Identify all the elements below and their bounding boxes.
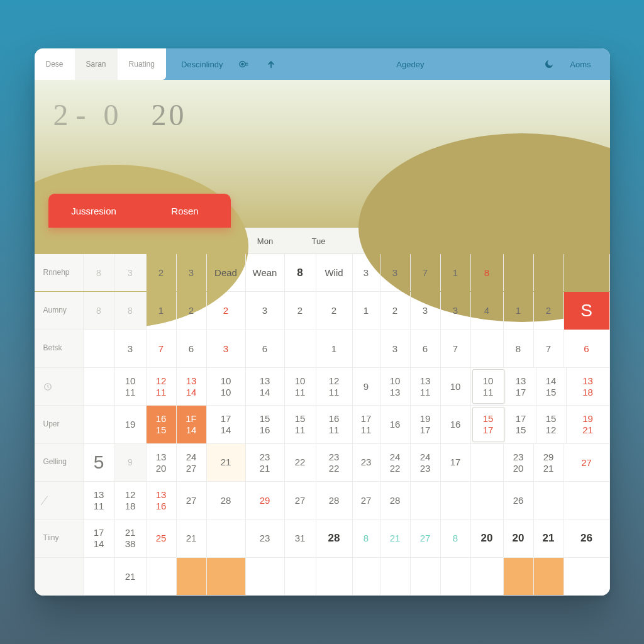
calendar-cell[interactable]: 8: [471, 254, 504, 291]
calendar-cell[interactable]: Dead: [207, 254, 246, 291]
calendar-cell[interactable]: 1011: [472, 369, 505, 404]
calendar-cell[interactable]: 1714: [207, 406, 246, 443]
tab-ruating[interactable]: Ruating: [118, 48, 166, 80]
calendar-cell[interactable]: 3: [411, 292, 441, 329]
calendar-cell[interactable]: 1511: [285, 406, 316, 443]
calendar-cell[interactable]: 28: [380, 482, 411, 519]
calendar-cell[interactable]: 16: [441, 406, 471, 443]
toolbar-agedey[interactable]: Agedey: [381, 60, 439, 69]
calendar-cell[interactable]: 8: [84, 254, 115, 291]
calendar-cell[interactable]: 1711: [353, 406, 380, 443]
tab-dese[interactable]: Dese: [35, 48, 75, 80]
calendar-cell[interactable]: 2: [177, 292, 207, 329]
calendar-cell[interactable]: 27: [411, 519, 441, 557]
calendar-cell[interactable]: 2: [285, 292, 316, 329]
calendar-cell[interactable]: 3: [441, 292, 471, 329]
calendar-cell[interactable]: 10: [441, 368, 471, 405]
toolbar-descinlindy[interactable]: Descinlindy: [166, 60, 238, 69]
calendar-cell[interactable]: 31: [285, 519, 316, 557]
calendar-cell[interactable]: 28: [207, 482, 246, 519]
calendar-cell[interactable]: 1714: [84, 519, 115, 557]
calendar-cell[interactable]: 1011: [285, 368, 316, 405]
calendar-cell[interactable]: 8: [353, 519, 380, 557]
calendar-cell[interactable]: 6: [246, 330, 285, 367]
calendar-cell[interactable]: 7: [411, 254, 441, 291]
calendar-cell[interactable]: 6: [564, 330, 610, 367]
view-tab-rosen[interactable]: Rosen: [140, 206, 231, 216]
calendar-cell[interactable]: 1320: [147, 444, 177, 481]
calendar-cell[interactable]: 3: [353, 254, 380, 291]
calendar-cell[interactable]: 1317: [506, 368, 536, 405]
calendar-cell[interactable]: 1011: [115, 368, 147, 405]
calendar-cell[interactable]: 1: [441, 254, 471, 291]
calendar-cell[interactable]: 1211: [316, 368, 353, 405]
calendar-cell[interactable]: 1516: [246, 406, 285, 443]
calendar-cell[interactable]: 1715: [506, 406, 536, 443]
calendar-cell[interactable]: 1013: [380, 368, 411, 405]
calendar-cell[interactable]: 2322: [316, 444, 353, 481]
calendar-cell[interactable]: 2321: [246, 444, 285, 481]
calendar-cell[interactable]: 28: [316, 482, 353, 519]
calendar-cell[interactable]: 1512: [536, 406, 567, 443]
calendar-cell[interactable]: 1: [147, 292, 177, 329]
calendar-cell[interactable]: 3: [380, 254, 411, 291]
calendar-cell[interactable]: 3: [115, 254, 147, 291]
calendar-cell[interactable]: 1611: [316, 406, 353, 443]
calendar-cell[interactable]: 7: [534, 330, 564, 367]
calendar-cell[interactable]: 1: [504, 292, 534, 329]
calendar-cell[interactable]: 29: [246, 482, 285, 519]
calendar-cell[interactable]: 1316: [147, 482, 177, 519]
calendar-cell[interactable]: 2: [534, 292, 564, 329]
calendar-cell[interactable]: S: [564, 292, 610, 329]
calendar-cell[interactable]: 7: [441, 330, 471, 367]
calendar-cell[interactable]: 26: [564, 519, 610, 557]
calendar-cell[interactable]: 8: [285, 254, 316, 291]
calendar-cell[interactable]: 5: [84, 444, 115, 481]
calendar-cell[interactable]: 17: [441, 444, 471, 481]
calendar-cell[interactable]: 1: [316, 330, 353, 367]
calendar-cell[interactable]: Wiid: [316, 254, 353, 291]
calendar-cell[interactable]: 2427: [177, 444, 207, 481]
calendar-cell[interactable]: 23: [353, 444, 380, 481]
calendar-cell[interactable]: 1314: [246, 368, 285, 405]
calendar-cell[interactable]: 2423: [411, 444, 441, 481]
calendar-cell[interactable]: 6: [411, 330, 441, 367]
calendar-cell[interactable]: 27: [285, 482, 316, 519]
view-tab-jussresion[interactable]: Jussresion: [48, 206, 140, 216]
calendar-cell[interactable]: 27: [353, 482, 380, 519]
calendar-cell[interactable]: 20: [504, 519, 534, 557]
calendar-cell[interactable]: 7: [147, 330, 177, 367]
calendar-cell[interactable]: 26: [504, 482, 534, 519]
calendar-cell[interactable]: 23: [246, 519, 285, 557]
calendar-cell[interactable]: 2: [147, 254, 177, 291]
calendar-cell[interactable]: 16: [380, 406, 411, 443]
calendar-cell[interactable]: 1921: [567, 406, 610, 443]
calendar-cell[interactable]: 3: [380, 330, 411, 367]
calendar-cell[interactable]: 4: [471, 292, 504, 329]
calendar-cell[interactable]: 21: [207, 444, 246, 481]
calendar-cell[interactable]: 2422: [380, 444, 411, 481]
calendar-cell[interactable]: 25: [147, 519, 177, 557]
calendar-cell[interactable]: 3: [207, 330, 246, 367]
tab-saran[interactable]: Saran: [75, 48, 118, 80]
arrow-up-icon[interactable]: [265, 58, 277, 70]
calendar-cell[interactable]: 2921: [534, 444, 564, 481]
calendar-cell[interactable]: 2: [380, 292, 411, 329]
calendar-cell[interactable]: 8: [84, 292, 115, 329]
calendar-cell[interactable]: 21: [534, 519, 564, 557]
calendar-cell[interactable]: 3: [246, 292, 285, 329]
calendar-cell[interactable]: 8: [115, 292, 147, 329]
calendar-cell[interactable]: 27: [177, 482, 207, 519]
calendar-cell[interactable]: 2: [207, 292, 246, 329]
calendar-cell[interactable]: 1615: [147, 406, 177, 443]
calendar-cell[interactable]: 8: [441, 519, 471, 557]
calendar-cell[interactable]: 9: [115, 444, 147, 481]
calendar-cell[interactable]: 1311: [84, 482, 115, 519]
calendar-cell[interactable]: 1211: [147, 368, 177, 405]
calendar-cell[interactable]: 21: [115, 558, 147, 595]
target-icon[interactable]: [238, 58, 249, 70]
calendar-cell[interactable]: Wean: [246, 254, 285, 291]
calendar-cell[interactable]: 19: [115, 406, 147, 443]
calendar-cell[interactable]: 27: [564, 444, 610, 481]
calendar-cell[interactable]: 21: [177, 519, 207, 557]
